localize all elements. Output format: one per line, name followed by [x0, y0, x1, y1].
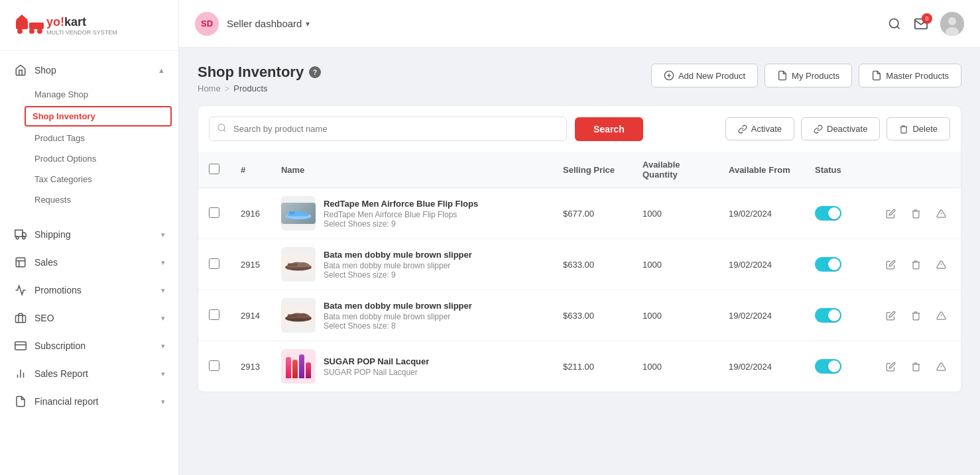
row-quantity: 1000	[632, 290, 718, 341]
deactivate-button[interactable]: Deactivate	[801, 117, 880, 140]
row-checkbox[interactable]	[209, 309, 219, 320]
page-content: Shop Inventory ? Home > Products Add New…	[179, 48, 980, 475]
svg-rect-10	[16, 258, 25, 267]
row-price: $211.00	[552, 341, 632, 392]
table-row: 2916 RedTape Men Airforce Blue Flip Flop…	[198, 188, 961, 239]
sidebar: yo!kart MULTI VENDOR SYSTEM Shop ▲ Manag…	[0, 0, 179, 475]
row-checkbox[interactable]	[209, 207, 219, 218]
search-button[interactable]: Search	[575, 117, 643, 141]
nav-item-shipping[interactable]: Shipping ▾	[0, 221, 178, 248]
row-checkbox[interactable]	[209, 360, 219, 371]
delete-row-button[interactable]	[906, 357, 925, 376]
table-row: 2913 SUGAR POP Nail Lacquer SUGAR POP Na…	[198, 341, 961, 392]
row-name-cell: Bata men dobby mule brown slipper Bata m…	[271, 239, 552, 290]
product-image	[281, 298, 316, 333]
sidebar-item-product-tags[interactable]: Product Tags	[34, 128, 178, 148]
nav-item-subscription[interactable]: Subscription ▾	[0, 332, 178, 360]
search-icon[interactable]	[887, 17, 902, 31]
sales-icon	[13, 255, 28, 270]
shop-chevron: ▲	[158, 66, 165, 74]
row-name-cell: Bata men dobby mule brown slipper Bata m…	[271, 290, 552, 341]
delete-row-button[interactable]	[906, 255, 925, 274]
search-input[interactable]	[209, 117, 567, 141]
product-info: SUGAR POP Nail Lacquer SUGAR POP Nail La…	[324, 356, 429, 377]
svg-point-4	[29, 28, 34, 34]
breadcrumb: Home > Products	[198, 83, 321, 93]
notification-bell[interactable]: 0	[914, 17, 928, 31]
sidebar-item-requests[interactable]: Requests	[34, 189, 178, 210]
page-title-area: Shop Inventory ? Home > Products	[198, 64, 321, 93]
status-toggle[interactable]	[815, 257, 841, 272]
my-products-button[interactable]: My Products	[765, 64, 852, 87]
nav-shop-section: Shop ▲ Manage Shop Shop Inventory Produc…	[0, 51, 178, 215]
master-products-button[interactable]: Master Products	[859, 64, 961, 87]
warning-button[interactable]	[932, 255, 950, 274]
warning-button[interactable]	[932, 306, 950, 325]
table-row: 2915 Bata men dobby mule brown slipper B…	[198, 239, 961, 290]
seller-chevron-icon: ▾	[306, 19, 310, 28]
add-new-product-button[interactable]: Add New Product	[651, 64, 758, 87]
select-all-checkbox[interactable]	[209, 164, 219, 174]
status-toggle[interactable]	[815, 359, 841, 374]
subscription-chevron: ▾	[161, 342, 165, 350]
product-size: Select Shoes size: 8	[324, 321, 472, 331]
edit-button[interactable]	[881, 357, 900, 376]
svg-rect-36	[288, 315, 298, 317]
sidebar-item-manage-shop[interactable]: Manage Shop	[34, 84, 178, 105]
edit-button[interactable]	[881, 306, 900, 325]
breadcrumb-home[interactable]: Home	[198, 83, 221, 93]
product-image	[281, 247, 316, 282]
sidebar-item-shop-inventory[interactable]: Shop Inventory	[25, 106, 172, 127]
status-toggle[interactable]	[815, 308, 841, 323]
nav-item-seo[interactable]: SEO ▾	[0, 304, 178, 332]
nav-item-sales[interactable]: Sales ▾	[0, 248, 178, 276]
search-input-icon	[217, 123, 227, 135]
delete-row-button[interactable]	[906, 204, 925, 223]
sales-report-icon	[13, 366, 28, 381]
help-icon[interactable]: ?	[309, 66, 321, 78]
edit-button[interactable]	[881, 255, 900, 274]
logo-subtitle: MULTI VENDOR SYSTEM	[46, 29, 117, 36]
delete-button[interactable]: Delete	[887, 117, 950, 140]
sidebar-item-tax-categories[interactable]: Tax Categories	[34, 169, 178, 189]
activate-button[interactable]: Activate	[725, 117, 794, 140]
warning-button[interactable]	[932, 204, 950, 223]
product-image	[281, 349, 316, 384]
row-actions	[871, 239, 961, 290]
delete-row-button[interactable]	[906, 306, 925, 325]
breadcrumb-separator: >	[225, 83, 230, 93]
sales-chevron: ▾	[161, 258, 165, 267]
shop-icon	[13, 63, 28, 78]
products-table-container: Search Activate Deactivate Delete	[198, 105, 961, 392]
nav-item-financial-report[interactable]: Financial report ▾	[0, 388, 178, 415]
warning-button[interactable]	[932, 357, 950, 376]
product-info: Bata men dobby mule brown slipper Bata m…	[324, 301, 472, 331]
seo-chevron: ▾	[161, 314, 165, 323]
product-desc: Bata men dobby mule brown slipper	[324, 261, 472, 270]
user-avatar[interactable]	[940, 12, 964, 36]
shipping-chevron: ▾	[161, 231, 165, 239]
row-name-cell: SUGAR POP Nail Lacquer SUGAR POP Nail La…	[271, 341, 552, 392]
nav-label-subscription: Subscription	[34, 341, 86, 351]
nav-item-sales-report[interactable]: Sales Report ▾	[0, 360, 178, 388]
nav-item-shop[interactable]: Shop ▲	[0, 56, 178, 84]
row-id: 2916	[230, 188, 271, 239]
row-checkbox[interactable]	[209, 258, 219, 269]
promotions-chevron: ▾	[161, 286, 165, 295]
nav-label-promotions: Promotions	[34, 285, 82, 295]
status-toggle[interactable]	[815, 206, 841, 221]
promotions-icon	[13, 283, 28, 297]
svg-point-3	[17, 28, 23, 34]
nav-item-promotions[interactable]: Promotions ▾	[0, 276, 178, 304]
logo-text: yo!kart MULTI VENDOR SYSTEM	[46, 15, 117, 36]
svg-rect-2	[29, 23, 44, 29]
svg-point-5	[37, 28, 42, 34]
row-available-from: 19/02/2024	[718, 341, 804, 392]
row-actions	[871, 341, 961, 392]
shipping-icon	[13, 227, 28, 242]
edit-button[interactable]	[881, 204, 900, 223]
seller-dashboard-title[interactable]: Seller dashboard ▾	[227, 18, 310, 29]
sidebar-item-product-options[interactable]: Product Options	[34, 148, 178, 169]
topbar-right: 0	[887, 12, 964, 36]
row-id: 2914	[230, 290, 271, 341]
